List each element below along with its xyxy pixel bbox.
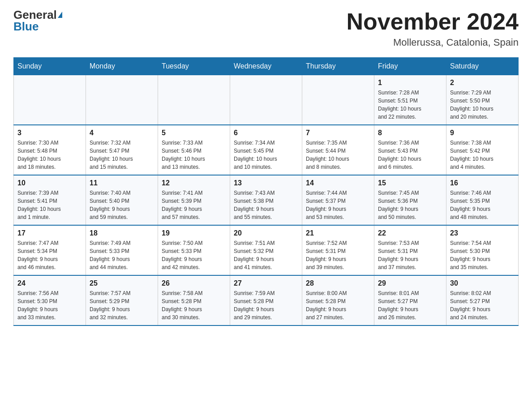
title-block: November 2024 Mollerussa, Catalonia, Spa… [347,9,519,48]
header-day-sunday: Sunday [14,58,86,75]
day-number: 5 [162,129,226,137]
day-info: Sunrise: 7:40 AM Sunset: 5:40 PM Dayligh… [90,189,154,221]
day-info: Sunrise: 7:28 AM Sunset: 5:51 PM Dayligh… [378,89,442,121]
logo-general-text: General [13,9,57,21]
week-row-1: 1Sunrise: 7:28 AM Sunset: 5:51 PM Daylig… [14,75,519,125]
day-number: 8 [378,129,442,137]
day-number: 9 [450,129,515,137]
day-cell [158,75,230,125]
day-number: 14 [306,179,370,187]
day-info: Sunrise: 7:45 AM Sunset: 5:36 PM Dayligh… [378,189,442,221]
day-cell: 15Sunrise: 7:45 AM Sunset: 5:36 PM Dayli… [374,175,446,225]
day-info: Sunrise: 7:36 AM Sunset: 5:43 PM Dayligh… [378,139,442,171]
day-cell: 8Sunrise: 7:36 AM Sunset: 5:43 PM Daylig… [374,125,446,175]
day-info: Sunrise: 7:54 AM Sunset: 5:30 PM Dayligh… [450,239,515,271]
day-cell: 10Sunrise: 7:39 AM Sunset: 5:41 PM Dayli… [14,175,86,225]
day-info: Sunrise: 7:43 AM Sunset: 5:38 PM Dayligh… [234,189,298,221]
week-row-5: 24Sunrise: 7:56 AM Sunset: 5:30 PM Dayli… [14,275,519,325]
header-day-tuesday: Tuesday [158,58,230,75]
month-title: November 2024 [347,9,519,34]
day-cell: 11Sunrise: 7:40 AM Sunset: 5:40 PM Dayli… [86,175,158,225]
day-cell: 23Sunrise: 7:54 AM Sunset: 5:30 PM Dayli… [446,225,519,275]
day-info: Sunrise: 7:29 AM Sunset: 5:50 PM Dayligh… [450,89,515,121]
day-number: 22 [378,229,442,237]
day-number: 1 [378,79,442,87]
day-number: 30 [450,279,515,287]
day-cell: 21Sunrise: 7:52 AM Sunset: 5:31 PM Dayli… [302,225,374,275]
day-info: Sunrise: 7:59 AM Sunset: 5:28 PM Dayligh… [234,289,298,321]
day-number: 18 [90,229,154,237]
header-day-wednesday: Wednesday [230,58,302,75]
day-info: Sunrise: 7:35 AM Sunset: 5:44 PM Dayligh… [306,139,370,171]
day-cell: 30Sunrise: 8:02 AM Sunset: 5:27 PM Dayli… [446,275,519,325]
day-cell: 27Sunrise: 7:59 AM Sunset: 5:28 PM Dayli… [230,275,302,325]
day-info: Sunrise: 7:30 AM Sunset: 5:48 PM Dayligh… [17,139,82,171]
day-cell: 7Sunrise: 7:35 AM Sunset: 5:44 PM Daylig… [302,125,374,175]
day-info: Sunrise: 7:44 AM Sunset: 5:37 PM Dayligh… [306,189,370,221]
logo-blue-text: Blue [13,20,39,33]
header-day-saturday: Saturday [446,58,519,75]
day-cell: 3Sunrise: 7:30 AM Sunset: 5:48 PM Daylig… [14,125,86,175]
day-number: 23 [450,229,515,237]
day-cell: 1Sunrise: 7:28 AM Sunset: 5:51 PM Daylig… [374,75,446,125]
week-row-3: 10Sunrise: 7:39 AM Sunset: 5:41 PM Dayli… [14,175,519,225]
day-cell: 22Sunrise: 7:53 AM Sunset: 5:31 PM Dayli… [374,225,446,275]
day-number: 28 [306,279,370,287]
logo: General Blue [13,9,62,32]
day-info: Sunrise: 7:41 AM Sunset: 5:39 PM Dayligh… [162,189,226,221]
day-cell: 28Sunrise: 8:00 AM Sunset: 5:28 PM Dayli… [302,275,374,325]
day-info: Sunrise: 8:02 AM Sunset: 5:27 PM Dayligh… [450,289,515,321]
header-day-thursday: Thursday [302,58,374,75]
day-number: 11 [90,179,154,187]
day-cell: 24Sunrise: 7:56 AM Sunset: 5:30 PM Dayli… [14,275,86,325]
day-cell: 18Sunrise: 7:49 AM Sunset: 5:33 PM Dayli… [86,225,158,275]
day-number: 12 [162,179,226,187]
header-row: SundayMondayTuesdayWednesdayThursdayFrid… [14,58,519,75]
day-info: Sunrise: 7:57 AM Sunset: 5:29 PM Dayligh… [90,289,154,321]
day-info: Sunrise: 7:58 AM Sunset: 5:28 PM Dayligh… [162,289,226,321]
day-number: 13 [234,179,298,187]
day-number: 25 [90,279,154,287]
day-cell: 19Sunrise: 7:50 AM Sunset: 5:33 PM Dayli… [158,225,230,275]
day-number: 17 [17,229,82,237]
day-number: 16 [450,179,515,187]
day-info: Sunrise: 7:47 AM Sunset: 5:34 PM Dayligh… [17,239,82,271]
day-info: Sunrise: 7:52 AM Sunset: 5:31 PM Dayligh… [306,239,370,271]
day-info: Sunrise: 7:50 AM Sunset: 5:33 PM Dayligh… [162,239,226,271]
day-number: 26 [162,279,226,287]
day-number: 27 [234,279,298,287]
day-cell: 2Sunrise: 7:29 AM Sunset: 5:50 PM Daylig… [446,75,519,125]
day-number: 15 [378,179,442,187]
day-info: Sunrise: 7:53 AM Sunset: 5:31 PM Dayligh… [378,239,442,271]
day-number: 4 [90,129,154,137]
day-cell: 5Sunrise: 7:33 AM Sunset: 5:46 PM Daylig… [158,125,230,175]
week-row-4: 17Sunrise: 7:47 AM Sunset: 5:34 PM Dayli… [14,225,519,275]
day-cell: 6Sunrise: 7:34 AM Sunset: 5:45 PM Daylig… [230,125,302,175]
location-title: Mollerussa, Catalonia, Spain [347,37,519,48]
day-info: Sunrise: 7:51 AM Sunset: 5:32 PM Dayligh… [234,239,298,271]
day-cell [14,75,86,125]
day-cell: 17Sunrise: 7:47 AM Sunset: 5:34 PM Dayli… [14,225,86,275]
day-info: Sunrise: 7:46 AM Sunset: 5:35 PM Dayligh… [450,189,515,221]
day-cell [230,75,302,125]
day-cell: 9Sunrise: 7:38 AM Sunset: 5:42 PM Daylig… [446,125,519,175]
day-cell: 14Sunrise: 7:44 AM Sunset: 5:37 PM Dayli… [302,175,374,225]
day-cell: 26Sunrise: 7:58 AM Sunset: 5:28 PM Dayli… [158,275,230,325]
day-info: Sunrise: 7:49 AM Sunset: 5:33 PM Dayligh… [90,239,154,271]
calendar-header: SundayMondayTuesdayWednesdayThursdayFrid… [14,58,519,75]
day-number: 3 [17,129,82,137]
day-info: Sunrise: 7:38 AM Sunset: 5:42 PM Dayligh… [450,139,515,171]
day-cell: 29Sunrise: 8:01 AM Sunset: 5:27 PM Dayli… [374,275,446,325]
day-number: 19 [162,229,226,237]
day-cell: 16Sunrise: 7:46 AM Sunset: 5:35 PM Dayli… [446,175,519,225]
day-number: 2 [450,79,515,87]
day-info: Sunrise: 7:39 AM Sunset: 5:41 PM Dayligh… [17,189,82,221]
day-cell: 12Sunrise: 7:41 AM Sunset: 5:39 PM Dayli… [158,175,230,225]
day-number: 20 [234,229,298,237]
calendar-body: 1Sunrise: 7:28 AM Sunset: 5:51 PM Daylig… [14,75,519,326]
day-cell [302,75,374,125]
day-number: 6 [234,129,298,137]
day-number: 29 [378,279,442,287]
page-header: General Blue November 2024 Mollerussa, C… [13,9,519,48]
day-cell: 13Sunrise: 7:43 AM Sunset: 5:38 PM Dayli… [230,175,302,225]
